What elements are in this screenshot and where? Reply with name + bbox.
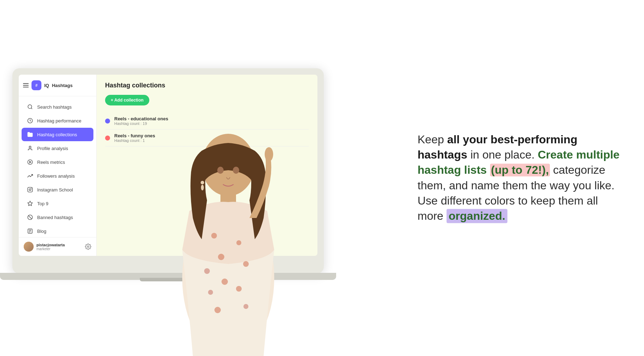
svg-point-4 [28, 160, 32, 164]
avatar [24, 242, 34, 252]
sidebar-item-banned-hashtags-label: Banned hashtags [37, 215, 73, 220]
svg-point-8 [31, 188, 31, 189]
svg-line-1 [31, 108, 32, 109]
sidebar-item-reels-metrics[interactable]: Reels metrics [22, 155, 93, 169]
sidebar-item-followers-analysis[interactable]: Followers analysis [22, 169, 93, 183]
logo-iq: IQ [44, 83, 49, 88]
newspaper-icon [27, 228, 34, 235]
user-role: marketer [36, 247, 82, 251]
svg-point-29 [222, 279, 228, 285]
sidebar-header: # IQ Hashtags [19, 75, 96, 96]
svg-point-3 [29, 146, 31, 148]
add-collection-button[interactable]: + Add collection [105, 95, 149, 105]
user-name: pistacjowatarta [36, 243, 82, 247]
logo-badge: # [31, 80, 41, 90]
svg-point-0 [28, 105, 32, 109]
trending-icon [27, 172, 34, 179]
sidebar-item-profile-analysis[interactable]: Profile analysis [22, 142, 93, 155]
app-sidebar: # IQ Hashtags Search hashtags [19, 75, 97, 256]
right-text-keep: Keep [418, 133, 447, 146]
user-icon [27, 145, 34, 152]
settings-icon[interactable] [85, 243, 91, 250]
sidebar-footer: pistacjowatarta marketer [19, 237, 96, 256]
right-text-organized: organized. [447, 209, 507, 223]
sidebar-item-top9[interactable]: Top 9 [22, 197, 93, 210]
svg-marker-9 [28, 201, 32, 206]
svg-point-7 [29, 189, 31, 190]
person-silhouette [161, 101, 295, 356]
ban-icon [27, 214, 34, 221]
right-text-up-to: (up to 72!), [490, 164, 550, 177]
svg-point-20 [233, 167, 239, 174]
svg-line-11 [28, 216, 31, 219]
search-icon [27, 103, 34, 110]
instagram-icon [27, 186, 34, 193]
svg-point-33 [243, 304, 248, 309]
logo-hashtags: Hashtags [52, 83, 73, 88]
chart-icon [27, 117, 34, 124]
sidebar-item-search[interactable]: Search hashtags [22, 100, 93, 114]
collection-color-dot-2 [105, 136, 110, 140]
svg-point-27 [204, 268, 210, 274]
svg-point-31 [236, 286, 242, 292]
svg-rect-6 [28, 187, 32, 192]
svg-point-23 [201, 185, 204, 190]
svg-point-22 [201, 181, 204, 184]
svg-point-30 [208, 290, 213, 295]
sidebar-item-reels-metrics-label: Reels metrics [37, 160, 65, 165]
page-title: Hashtag collections [105, 82, 309, 89]
svg-point-24 [211, 233, 217, 239]
sidebar-nav: Search hashtags Hashtag performance [19, 96, 96, 237]
sidebar-item-blog[interactable]: Blog [22, 224, 93, 237]
svg-point-15 [87, 246, 89, 248]
page-container: # IQ Hashtags Search hashtags [0, 0, 644, 356]
sidebar-item-instagram-school[interactable]: Instagram School [22, 183, 93, 196]
svg-point-28 [243, 261, 249, 267]
folder-icon [27, 131, 34, 138]
sidebar-item-banned-hashtags[interactable]: Banned hashtags [22, 211, 93, 224]
video-icon [27, 159, 34, 166]
sidebar-item-hashtag-performance-label: Hashtag performance [37, 118, 81, 124]
sidebar-item-hashtag-performance[interactable]: Hashtag performance [22, 114, 93, 127]
right-content: Keep all your best-performing hashtags i… [418, 132, 623, 224]
svg-point-21 [265, 147, 273, 161]
person-image [149, 91, 308, 356]
sidebar-item-top9-label: Top 9 [37, 201, 48, 206]
sidebar-item-profile-analysis-label: Profile analysis [37, 146, 68, 151]
svg-point-32 [214, 307, 221, 313]
sidebar-item-followers-analysis-label: Followers analysis [37, 173, 75, 179]
sidebar-item-hashtag-collections[interactable]: Hashtag collections [22, 128, 93, 141]
collection-color-dot-1 [105, 119, 110, 124]
sidebar-item-instagram-school-label: Instagram School [37, 187, 73, 193]
right-text-in-one: in one place. [470, 149, 537, 161]
svg-point-19 [217, 167, 224, 174]
star-icon [27, 200, 34, 207]
svg-point-26 [218, 254, 224, 260]
user-info: pistacjowatarta marketer [36, 243, 82, 251]
laptop-container: # IQ Hashtags Search hashtags [0, 0, 336, 356]
svg-marker-5 [30, 161, 31, 163]
svg-point-25 [236, 240, 241, 245]
sidebar-item-hashtag-collections-label: Hashtag collections [37, 132, 77, 137]
sidebar-item-search-label: Search hashtags [37, 104, 72, 110]
hamburger-icon[interactable] [23, 83, 29, 87]
sidebar-item-blog-label: Blog [37, 229, 46, 234]
